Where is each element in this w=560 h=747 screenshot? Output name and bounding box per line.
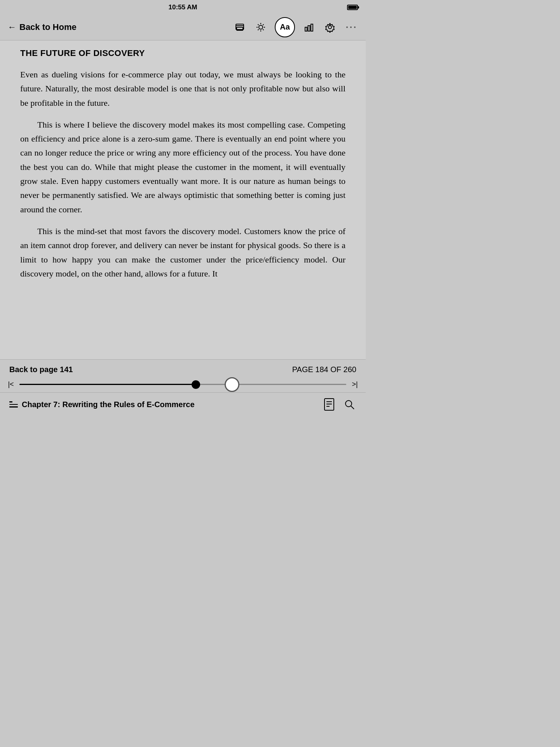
slider-thumb-circle[interactable] bbox=[225, 377, 239, 392]
back-button[interactable]: ← Back to Home bbox=[8, 22, 233, 32]
bottom-toolbar: Chapter 7: Rewriting the Rules of E-Comm… bbox=[0, 392, 366, 418]
content-area: THE FUTURE OF DISCOVERY Even as dueling … bbox=[0, 40, 366, 359]
slider-thumb-main[interactable] bbox=[192, 380, 200, 389]
svg-line-11 bbox=[258, 29, 259, 30]
chapter-label: Chapter 7: Rewriting the Rules of E-Comm… bbox=[22, 400, 195, 409]
back-arrow-icon: ← bbox=[8, 23, 16, 31]
more-icon[interactable] bbox=[344, 20, 358, 34]
svg-point-15 bbox=[328, 26, 331, 29]
brightness-icon[interactable] bbox=[254, 20, 268, 34]
svg-line-9 bbox=[263, 29, 263, 30]
toolbar-right bbox=[322, 397, 356, 411]
svg-point-3 bbox=[259, 25, 263, 29]
back-label: Back to Home bbox=[19, 22, 77, 32]
status-bar: 10:55 AM bbox=[0, 0, 366, 14]
hamburger-line-1 bbox=[9, 401, 12, 402]
font-button[interactable]: Aa bbox=[275, 17, 295, 37]
bottom-nav: Back to page 141 PAGE 184 OF 260 |< >| C… bbox=[0, 359, 366, 418]
paragraph-1: Even as dueling visions for e-commerce p… bbox=[20, 68, 345, 110]
toolbar-left: Chapter 7: Rewriting the Rules of E-Comm… bbox=[9, 400, 322, 409]
search-icon[interactable] bbox=[342, 397, 356, 411]
svg-rect-13 bbox=[308, 26, 310, 31]
svg-line-8 bbox=[258, 24, 259, 25]
chapter-section-title: THE FUTURE OF DISCOVERY bbox=[20, 48, 345, 58]
nav-bar: ← Back to Home bbox=[0, 14, 366, 40]
chart-icon[interactable] bbox=[302, 20, 316, 34]
paragraph-3: This is the mind-set that most favors th… bbox=[20, 224, 345, 281]
paragraph-2: This is where I believe the discovery mo… bbox=[20, 118, 345, 217]
slider-filled bbox=[19, 384, 196, 385]
svg-rect-14 bbox=[311, 24, 313, 31]
settings-icon[interactable] bbox=[323, 20, 337, 34]
svg-point-18 bbox=[354, 26, 356, 28]
slider-end-icon[interactable]: >| bbox=[350, 380, 359, 388]
nav-icons: Aa bbox=[233, 17, 358, 37]
svg-line-10 bbox=[263, 24, 263, 25]
cards-icon[interactable] bbox=[233, 20, 247, 34]
svg-rect-12 bbox=[305, 27, 307, 31]
slider-container: |< >| bbox=[0, 377, 366, 392]
hamburger-line-3 bbox=[9, 406, 18, 408]
status-time: 10:55 AM bbox=[168, 3, 197, 11]
svg-line-24 bbox=[351, 406, 354, 409]
battery-icon bbox=[347, 5, 358, 10]
hamburger-line-2 bbox=[9, 404, 18, 405]
svg-point-16 bbox=[346, 26, 348, 28]
svg-point-17 bbox=[350, 26, 352, 28]
notes-icon[interactable] bbox=[322, 397, 336, 411]
page-count: PAGE 184 OF 260 bbox=[292, 365, 356, 374]
page-info-bar: Back to page 141 PAGE 184 OF 260 bbox=[0, 360, 366, 377]
back-to-page-button[interactable]: Back to page 141 bbox=[9, 365, 73, 374]
list-icon[interactable] bbox=[9, 401, 18, 408]
svg-point-23 bbox=[345, 401, 352, 407]
progress-slider[interactable] bbox=[19, 384, 346, 385]
slider-start-icon[interactable]: |< bbox=[6, 380, 16, 388]
